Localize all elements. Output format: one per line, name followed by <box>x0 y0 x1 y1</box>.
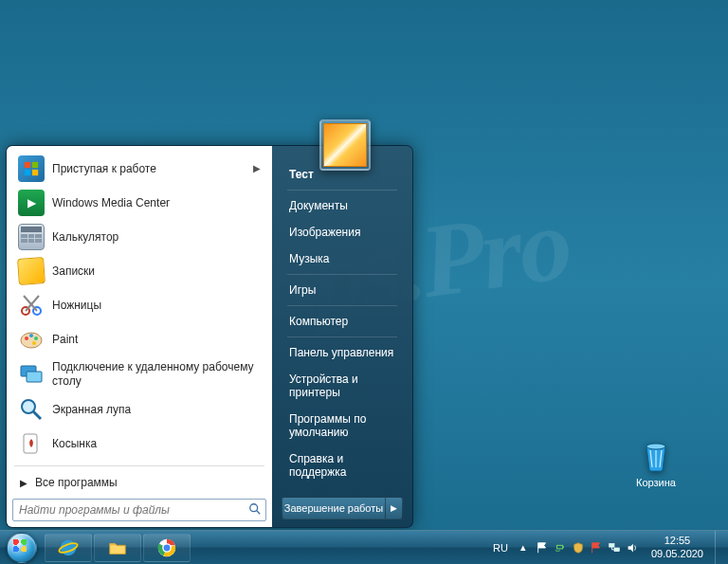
remote-desktop-icon <box>18 361 45 388</box>
program-item-remote-desktop[interactable]: Подключение к удаленному рабочему столу <box>12 356 266 392</box>
program-item-getting-started[interactable]: Приступая к работе▶ <box>12 152 266 186</box>
recycle-bin-icon <box>637 435 675 473</box>
divider <box>287 274 397 275</box>
right-panel-item[interactable]: Компьютер <box>282 308 403 335</box>
svg-rect-4 <box>32 170 38 175</box>
program-item-snipping-tool[interactable]: Ножницы <box>12 288 266 322</box>
shutdown-label: Завершение работы <box>284 502 383 514</box>
right-panel-item[interactable]: Изображения <box>282 219 403 246</box>
divider <box>287 337 397 337</box>
power-icon[interactable] <box>553 540 568 555</box>
chevron-right-icon: ▶ <box>253 163 261 175</box>
program-item-solitaire[interactable]: Косынка <box>12 427 266 461</box>
divider <box>14 465 264 466</box>
program-label: Подключение к удаленному рабочему столу <box>52 360 261 389</box>
svg-rect-2 <box>32 162 38 168</box>
right-panel-item[interactable]: Справка и поддержка <box>282 446 403 485</box>
svg-point-13 <box>32 341 36 345</box>
action-center-icon[interactable] <box>589 540 604 555</box>
start-menu-right-panel: ТестДокументыИзображенияМузыкаИгрыКомпью… <box>272 146 412 527</box>
search-input[interactable] <box>13 503 245 517</box>
explorer-icon <box>107 537 128 558</box>
start-button[interactable] <box>0 531 44 565</box>
shield-icon[interactable] <box>571 540 586 555</box>
svg-rect-28 <box>614 548 619 552</box>
program-label: Косынка <box>52 437 261 451</box>
svg-line-8 <box>24 296 37 311</box>
volume-icon[interactable] <box>625 540 640 555</box>
svg-rect-3 <box>25 170 30 175</box>
divider <box>287 305 397 306</box>
chrome-icon <box>156 537 177 558</box>
all-programs-button[interactable]: ▶ Все программы <box>12 470 266 495</box>
start-menu: Приступая к работе▶▶Windows Media Center… <box>6 145 413 528</box>
windows-orb-icon <box>7 533 37 563</box>
program-label: Калькулятор <box>52 230 261 245</box>
sticky-notes-icon <box>18 258 45 284</box>
right-panel-item[interactable]: Документы <box>282 192 403 219</box>
start-menu-left-panel: Приступая к работе▶▶Windows Media Center… <box>7 146 272 527</box>
svg-point-11 <box>29 334 33 337</box>
program-label: Экранная лупа <box>52 403 261 417</box>
svg-rect-26 <box>563 546 564 548</box>
svg-line-20 <box>257 510 261 514</box>
taskbar-item-explorer[interactable] <box>94 534 141 562</box>
program-item-sticky-notes[interactable]: Записки <box>12 254 266 288</box>
svg-rect-15 <box>27 372 42 382</box>
system-tray: RU ▴ 12:55 09.05.2020 <box>485 531 728 565</box>
right-panel-item[interactable]: Устройства и принтеры <box>282 366 403 406</box>
right-panel-list: ТестДокументыИзображенияМузыкаИгрыКомпью… <box>282 161 403 485</box>
recycle-bin-label: Корзина <box>622 477 690 488</box>
program-item-media-center[interactable]: ▶Windows Media Center <box>12 186 266 220</box>
flag-icon[interactable] <box>535 540 550 555</box>
user-picture-icon <box>323 123 367 167</box>
program-item-paint[interactable]: Paint <box>12 322 266 356</box>
taskbar-item-chrome[interactable] <box>143 534 191 562</box>
paint-icon <box>18 326 45 353</box>
all-programs-label: Все программы <box>35 476 118 489</box>
program-label: Записки <box>52 264 261 279</box>
right-panel-item[interactable]: Музыка <box>282 246 403 272</box>
right-panel-item[interactable]: Игры <box>282 277 403 303</box>
program-label: Windows Media Center <box>52 196 261 210</box>
show-desktop-button[interactable] <box>715 531 724 565</box>
clock-time: 12:55 <box>651 535 703 547</box>
svg-rect-25 <box>556 545 562 549</box>
snipping-tool-icon <box>18 292 45 318</box>
network-icon[interactable] <box>607 540 622 555</box>
media-center-icon: ▶ <box>18 190 45 216</box>
svg-line-17 <box>33 411 41 419</box>
shutdown-button[interactable]: Завершение работы <box>282 497 386 519</box>
svg-point-12 <box>34 337 38 340</box>
shutdown-group: Завершение работы ▶ <box>282 497 403 519</box>
program-item-calculator[interactable]: Калькулятор <box>12 220 266 254</box>
program-label: Ножницы <box>52 299 261 313</box>
chevron-right-icon: ▶ <box>20 478 27 488</box>
right-panel-item[interactable]: Программы по умолчанию <box>282 406 403 446</box>
program-item-magnifier[interactable]: Экранная лупа <box>12 392 266 427</box>
shutdown-options-button[interactable]: ▶ <box>386 497 403 519</box>
taskbar: RU ▴ 12:55 09.05.2020 <box>0 530 728 564</box>
right-panel-item[interactable]: Панель управления <box>282 339 403 366</box>
svg-point-10 <box>25 337 28 340</box>
search-icon <box>245 502 265 519</box>
ie-icon <box>58 537 79 558</box>
taskbar-item-ie[interactable] <box>45 534 92 562</box>
divider <box>287 190 397 191</box>
svg-point-19 <box>250 503 258 511</box>
language-indicator[interactable]: RU <box>489 542 512 554</box>
taskbar-pinned-area <box>44 531 191 565</box>
svg-point-0 <box>646 444 665 449</box>
svg-rect-27 <box>610 543 614 547</box>
clock-date: 09.05.2020 <box>651 548 703 560</box>
tray-icons <box>535 540 640 555</box>
user-picture-frame[interactable] <box>319 119 371 171</box>
search-box[interactable] <box>12 499 266 521</box>
svg-point-16 <box>22 400 35 413</box>
tray-expand-button[interactable]: ▴ <box>518 542 529 554</box>
program-label: Paint <box>52 333 261 347</box>
program-label: Приступая к работе <box>52 162 246 176</box>
program-list: Приступая к работе▶▶Windows Media Center… <box>12 152 266 462</box>
desktop-icon-recycle-bin[interactable]: Корзина <box>622 435 690 488</box>
taskbar-clock[interactable]: 12:55 09.05.2020 <box>646 535 709 559</box>
